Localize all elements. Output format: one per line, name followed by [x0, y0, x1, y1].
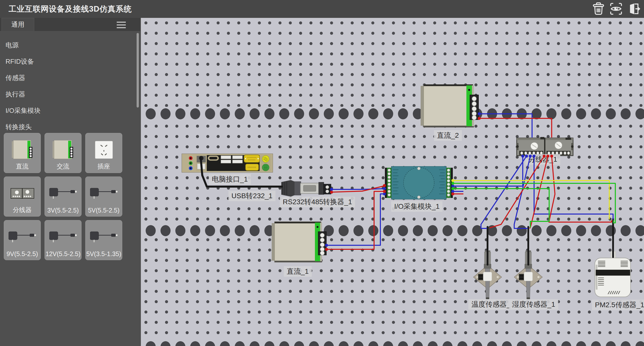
socket-thumbnail: [95, 141, 113, 159]
palette-item-dc[interactable]: 直流: [4, 133, 41, 173]
adapter-thumbnail: [49, 231, 77, 243]
splitter-thumbnail: [10, 188, 34, 199]
device-rs232-485-converter[interactable]: [281, 180, 332, 197]
device-dc-power-2[interactable]: [421, 84, 479, 128]
device-tag: RS232转485转换器_1: [280, 197, 355, 207]
adapter-thumbnail: [9, 231, 36, 243]
palette-item-ac[interactable]: 交流: [45, 133, 82, 173]
palette-item-5v-135[interactable]: 5V(3.5-1.35): [85, 220, 122, 260]
ac-supply-thumbnail: [53, 140, 74, 159]
palette-item-socket[interactable]: 插座: [85, 133, 122, 173]
canvas[interactable]: 直流_2 电脑接口_1 USB转232_1 RS232转485转换器_1 I/O…: [141, 18, 644, 346]
device-temperature-sensor[interactable]: [472, 247, 503, 300]
palette-item-3v[interactable]: 3V(5.5-2.5): [45, 177, 82, 217]
palette-item-12v[interactable]: 12V(5.5-2.5): [45, 220, 82, 260]
sidebar-header: 通用: [0, 18, 140, 31]
device-tag: PM2.5传感器_1: [592, 300, 644, 310]
category-list: 电源 RFID设备 传感器 执行器 I/O采集模块 转换接头: [0, 31, 140, 135]
device-tag: 直流_2: [434, 130, 462, 141]
device-io-acquisition-module[interactable]: [385, 166, 453, 199]
device-tag: 电脑接口_1: [209, 174, 251, 185]
device-tag: 分线器_1: [525, 154, 560, 165]
device-tag: 直流_1: [284, 266, 312, 277]
device-splitter[interactable]: [516, 136, 574, 157]
trash-icon: [592, 2, 605, 16]
view-reset-button[interactable]: [609, 2, 623, 16]
toolbar: [592, 2, 640, 16]
device-dc-power-1[interactable]: [272, 221, 327, 264]
category-scrollbar[interactable]: [137, 33, 139, 108]
adapter-thumbnail: [90, 231, 118, 243]
device-pm25-sensor[interactable]: [594, 251, 632, 298]
device-tag: USB转232_1: [228, 191, 275, 201]
category-io-module[interactable]: I/O采集模块: [0, 102, 140, 119]
category-sensor[interactable]: 传感器: [0, 70, 140, 86]
category-actuator[interactable]: 执行器: [0, 86, 140, 102]
device-tag: I/O采集模块_1: [391, 201, 442, 212]
category-power[interactable]: 电源: [0, 37, 140, 53]
delete-button[interactable]: [592, 2, 605, 16]
exit-button[interactable]: [627, 2, 640, 16]
palette-item-9v[interactable]: 9V(5.5-2.5): [4, 220, 41, 260]
palette-item-splitter[interactable]: 分线器: [4, 177, 41, 217]
adapter-thumbnail: [90, 188, 118, 199]
eye-focus-icon: [609, 2, 623, 16]
palette-item-5v[interactable]: 5V(5.5-2.5): [85, 177, 122, 217]
sidebar: 通用 电源 RFID设备 传感器 执行器 I/O采集模块 转换接头 直流 交流 …: [0, 18, 140, 346]
device-pc-interface[interactable]: [182, 154, 273, 172]
device-tag: 湿度传感器_1: [509, 299, 558, 310]
device-humidity-sensor[interactable]: [513, 247, 544, 300]
title-bar: 工业互联网设备及接线3D仿真系统: [0, 0, 644, 18]
category-rfid[interactable]: RFID设备: [0, 53, 140, 70]
exit-icon: [627, 2, 640, 16]
dc-supply-thumbnail: [12, 140, 33, 159]
tab-general[interactable]: 通用: [2, 18, 34, 31]
adapter-thumbnail: [49, 188, 77, 199]
menu-icon[interactable]: [117, 22, 126, 30]
device-palette: 直流 交流 插座 分线器 3V(5.5-2.5) 5V(5.5-2.5) 9V(…: [4, 133, 122, 260]
app-title: 工业互联网设备及接线3D仿真系统: [0, 0, 644, 18]
